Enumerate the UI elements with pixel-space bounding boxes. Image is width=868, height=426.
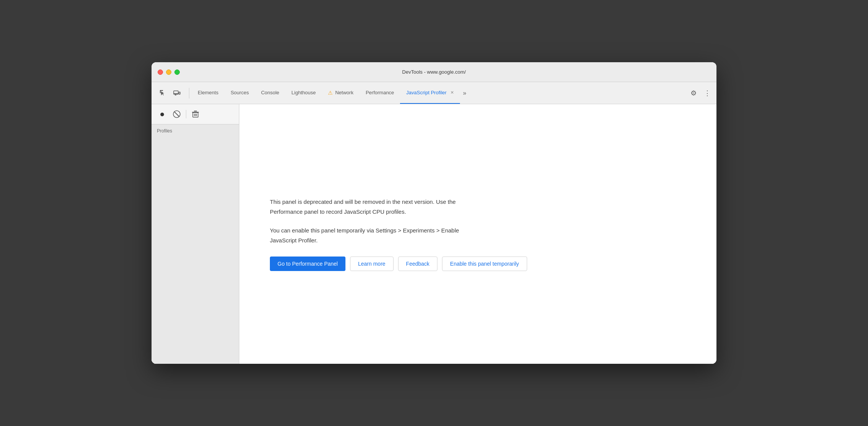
settings-button[interactable]: ⚙	[687, 87, 700, 99]
svg-rect-0	[160, 90, 161, 91]
more-options-button[interactable]: ⋮	[701, 87, 713, 99]
svg-line-13	[174, 112, 179, 116]
svg-rect-2	[160, 91, 161, 92]
minimize-button[interactable]	[166, 69, 171, 75]
maximize-button[interactable]	[174, 69, 180, 75]
svg-rect-6	[160, 92, 161, 93]
network-warning-icon: ⚠	[328, 90, 333, 96]
sidebar: ●	[152, 104, 239, 364]
record-button[interactable]: ●	[157, 109, 168, 119]
sidebar-separator	[186, 110, 186, 118]
deprecation-text-2: You can enable this panel temporarily vi…	[270, 226, 527, 245]
more-tabs-button[interactable]: »	[460, 90, 469, 97]
tab-separator	[189, 88, 189, 98]
tab-lighthouse[interactable]: Lighthouse	[286, 82, 322, 104]
svg-rect-5	[162, 90, 163, 91]
tab-elements[interactable]: Elements	[192, 82, 224, 104]
window-title: DevTools - www.google.com/	[402, 69, 466, 75]
svg-rect-1	[161, 90, 161, 91]
delete-button[interactable]	[190, 109, 201, 119]
go-to-performance-button[interactable]: Go to Performance Panel	[270, 257, 345, 271]
svg-rect-15	[194, 111, 197, 111]
tabs-container: Elements Sources Console Lighthouse ⚠ Ne…	[192, 82, 687, 104]
tab-network[interactable]: ⚠ Network	[322, 82, 360, 104]
svg-rect-8	[179, 92, 180, 94]
tab-sources[interactable]: Sources	[224, 82, 255, 104]
stop-button[interactable]	[171, 109, 182, 119]
title-bar: DevTools - www.google.com/	[152, 62, 716, 82]
devtools-window: DevTools - www.google.com/	[152, 62, 716, 364]
tab-js-profiler[interactable]: JavaScript Profiler ✕	[400, 82, 460, 104]
svg-rect-4	[160, 92, 161, 92]
deprecation-text-1: This panel is deprecated and will be rem…	[270, 197, 527, 216]
main-content: ●	[152, 104, 716, 364]
tab-close-icon[interactable]: ✕	[450, 90, 454, 95]
profiles-section-label: Profiles	[152, 124, 239, 137]
svg-rect-3	[161, 90, 162, 91]
tab-performance[interactable]: Performance	[360, 82, 400, 104]
deprecation-actions: Go to Performance Panel Learn more Feedb…	[270, 257, 527, 271]
close-button[interactable]	[158, 69, 163, 75]
sidebar-empty-area	[152, 137, 239, 364]
cursor-icon[interactable]	[158, 88, 168, 98]
tab-console[interactable]: Console	[255, 82, 286, 104]
traffic-lights	[158, 69, 180, 75]
enable-temporarily-button[interactable]: Enable this panel temporarily	[442, 257, 527, 271]
devtools-icons	[155, 88, 185, 98]
deprecation-message: This panel is deprecated and will be rem…	[270, 197, 527, 271]
learn-more-button[interactable]: Learn more	[350, 257, 394, 271]
sidebar-toolbar: ●	[152, 104, 239, 124]
device-icon[interactable]	[171, 88, 182, 98]
tab-bar-actions: ⚙ ⋮	[687, 87, 713, 99]
panel-content: This panel is deprecated and will be rem…	[239, 104, 716, 364]
tab-bar: Elements Sources Console Lighthouse ⚠ Ne…	[152, 82, 716, 104]
feedback-button[interactable]: Feedback	[398, 257, 437, 271]
